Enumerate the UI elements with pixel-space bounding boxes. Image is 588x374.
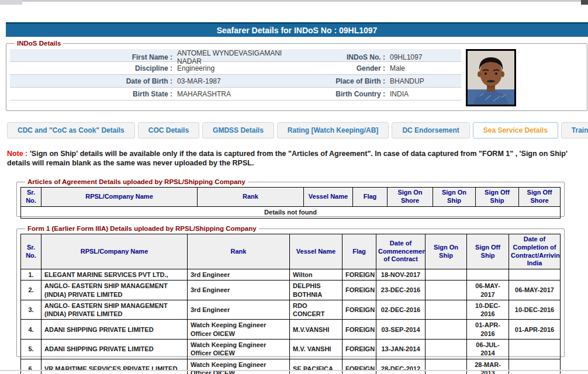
- company-cell: ADANI SHIPPING PRIVATE LIMITED: [41, 320, 188, 340]
- form1-details-legend: Form 1 (Earlier Form IIIA) Details uploa…: [25, 225, 259, 232]
- sign-on-ship-cell: [426, 359, 467, 374]
- sr-no-cell: 3.: [21, 300, 41, 320]
- completion-cell: [509, 340, 561, 359]
- tab-coc-details[interactable]: COC Details: [138, 122, 199, 138]
- indos-details-grid: First Name : ANTOMEL WYNDEVASIGAMANI NAD…: [10, 49, 461, 101]
- flag-cell: FOREIGN: [343, 340, 376, 359]
- sign-on-ship-cell: [426, 340, 467, 359]
- birth-state-value: MAHARASHTRA: [177, 90, 292, 98]
- indos-row-first-name: First Name : ANTOMEL WYNDEVASIGAMANI NAD…: [10, 49, 461, 62]
- first-name-label: First Name :: [10, 53, 172, 61]
- details-not-found-message: Details not found: [21, 206, 561, 218]
- form1-col-flag: Flag: [343, 234, 376, 269]
- seafarer-photo: [466, 49, 516, 106]
- sr-no-cell: 2.: [21, 280, 41, 300]
- indos-row-discipline: Discipline : Engineering Gender : Male: [10, 62, 461, 75]
- vessel-cell: M.V.VANSHI: [290, 320, 343, 340]
- tab-training-details[interactable]: Training Details: [561, 122, 588, 138]
- discipline-label: Discipline :: [10, 64, 172, 72]
- page-bottom-divider: [0, 370, 588, 371]
- sign-on-ship-cell: [426, 300, 467, 320]
- completion-cell: [509, 269, 561, 280]
- sign-off-ship-cell: 06-MAY-2017: [467, 280, 509, 300]
- company-cell: ANGLO- EASTERN SHIP MANAGEMENT (INDIA) P…: [41, 300, 188, 320]
- company-cell: VR MARITIME SERVICES PRIVATE LIMITED: [41, 359, 188, 374]
- note-text: 'Sign on Ship' details will be available…: [7, 150, 568, 167]
- commencement-cell: 28-DEC-2012: [376, 359, 426, 374]
- tab-rating-watch-keeping-ab[interactable]: Rating [Watch Keeping/AB]: [277, 122, 389, 138]
- date-of-birth-value: 03-MAR-1987: [177, 77, 292, 85]
- vessel-cell: Wilton: [290, 269, 343, 280]
- page-title: Seafarer Details for INDoS No : 09HL1097: [217, 26, 378, 35]
- company-cell: ELEGANT MARINE SERVICES PVT LTD.,: [41, 269, 188, 280]
- form1-header-row: Sr. No. RPSL/Company Name Rank Vessel Na…: [21, 234, 561, 269]
- completion-cell: [509, 359, 561, 374]
- vessel-cell: M.V. VANSHI: [290, 340, 343, 359]
- flag-cell: FOREIGN: [343, 269, 376, 280]
- form1-col-completion: Date of Completion of Contract/Arriving …: [509, 234, 561, 269]
- flag-cell: FOREIGN: [343, 280, 376, 300]
- birth-state-label: Birth State :: [10, 90, 172, 98]
- sr-no-cell: 4.: [21, 320, 41, 340]
- table-row: 4. ADANI SHIPPING PRIVATE LIMITED Watch …: [21, 320, 561, 340]
- commencement-cell: 13-JAN-2014: [376, 340, 426, 359]
- tab-dc-endorsement[interactable]: DC Endorsement: [392, 122, 469, 138]
- page-header: Seafarer Details for INDoS No : 09HL1097: [6, 22, 588, 37]
- sr-no-cell: 5.: [21, 340, 41, 359]
- detail-tabs: CDC and "CoC as Cook" Details COC Detail…: [7, 122, 588, 138]
- articles-col-rank: Rank: [198, 188, 304, 207]
- articles-col-sign-off-shore: Sign Off Shore: [519, 188, 561, 207]
- company-cell: ANGLO- EASTERN SHIP MANAGEMENT (INDIA) P…: [41, 280, 188, 300]
- sign-off-ship-cell: [467, 269, 509, 280]
- articles-col-sign-off-ship: Sign Off Ship: [476, 188, 519, 207]
- birth-country-label: Birth Country :: [296, 90, 385, 98]
- tab-gmdss-details[interactable]: GMDSS Details: [202, 122, 274, 138]
- flag-cell: FOREIGN: [343, 300, 376, 320]
- tab-cdc-coc-as-cook-details[interactable]: CDC and "CoC as Cook" Details: [7, 122, 135, 138]
- birth-country-value: INDIA: [390, 90, 467, 98]
- articles-col-vessel: Vessel Name: [304, 188, 353, 207]
- date-of-birth-label: Date of Birth :: [10, 77, 172, 85]
- articles-of-agreement-table: Sr. No. RPSL/Company Name Rank Vessel Na…: [20, 187, 561, 219]
- table-row: 3. ANGLO- EASTERN SHIP MANAGEMENT (INDIA…: [21, 300, 561, 320]
- form1-col-company: RPSL/Company Name: [41, 234, 188, 269]
- articles-of-agreement-legend: Articles of Agreement Details uploaded b…: [25, 178, 248, 185]
- place-of-birth-label: Place of Birth :: [296, 77, 385, 85]
- sr-no-cell: 6.: [21, 359, 41, 374]
- commencement-cell: 18-NOV-2017: [376, 269, 426, 280]
- discipline-value: Engineering: [177, 64, 292, 72]
- window-top-left-block: [0, 0, 22, 5]
- completion-cell: 10-DEC-2016: [509, 300, 561, 320]
- scrollbar-top-notch[interactable]: [581, 0, 588, 5]
- indos-no-value: 09HL1097: [390, 53, 467, 61]
- rank-cell: 3rd Engineer: [188, 300, 290, 320]
- rank-cell: Watch Keeping Engineer Officer OICEW: [188, 359, 290, 374]
- sign-on-ship-note: Note : 'Sign on Ship' details will be av…: [7, 149, 583, 168]
- articles-col-sr-no: Sr. No.: [21, 188, 41, 207]
- form1-col-rank: Rank: [188, 234, 290, 269]
- sign-off-ship-cell: 10-DEC-2016: [467, 300, 509, 320]
- articles-empty-row: Details not found: [21, 206, 561, 218]
- table-row: 1. ELEGANT MARINE SERVICES PVT LTD., 3rd…: [21, 269, 561, 280]
- form1-col-sign-on-ship: Sign On Ship: [426, 234, 467, 269]
- indos-row-date-of-birth: Date of Birth : 03-MAR-1987 Place of Bir…: [10, 75, 461, 88]
- completion-cell: 06-MAY-2017: [509, 280, 561, 300]
- form1-col-sign-off-ship: Sign Off Ship: [467, 234, 509, 269]
- vessel-cell: DELPHIS BOTHNIA: [290, 280, 343, 300]
- table-row: 2. ANGLO- EASTERN SHIP MANAGEMENT (INDIA…: [21, 280, 561, 300]
- indos-details-fieldset: INDoS Details First Name : ANTOMEL WYNDE…: [6, 40, 587, 111]
- first-name-value: ANTOMEL WYNDEVASIGAMANI NADAR: [177, 49, 292, 65]
- gender-value: Male: [390, 64, 467, 72]
- articles-col-company: RPSL/Company Name: [41, 188, 198, 207]
- sign-off-ship-cell: 28-MAR-2013: [467, 359, 509, 374]
- place-of-birth-value: BHANDUP: [390, 77, 467, 85]
- sign-off-ship-cell: 06-JUL-2014: [467, 340, 509, 359]
- articles-col-sign-on-shore: Sign On Shore: [388, 188, 433, 207]
- sign-on-ship-cell: [426, 320, 467, 340]
- tab-sea-service-details[interactable]: Sea Service Details: [473, 122, 558, 138]
- company-cell: ADANI SHIPPING PRIVATE LIMITED: [41, 340, 188, 359]
- sign-on-ship-cell: [426, 280, 467, 300]
- gender-label: Gender :: [296, 64, 385, 72]
- rank-cell: 3rd Engineer: [188, 280, 290, 300]
- rank-cell: 3rd Engineer: [188, 269, 290, 280]
